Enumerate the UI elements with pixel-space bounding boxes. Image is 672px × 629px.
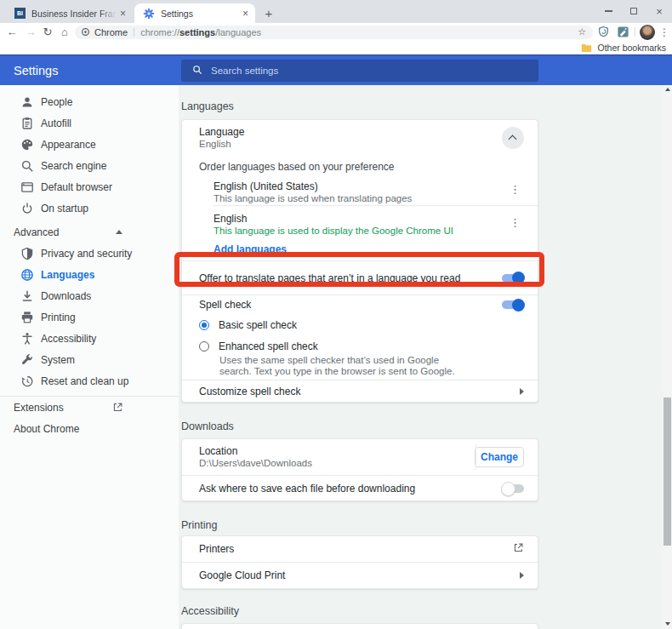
- arrow-right-icon: [520, 572, 524, 579]
- location-value: D:\Users\dave\Downloads: [199, 457, 463, 469]
- sidebar-item-privacy[interactable]: Privacy and security: [0, 243, 179, 264]
- chevron-up-icon: [509, 135, 517, 144]
- sidebar-item-extensions[interactable]: Extensions: [0, 397, 179, 418]
- more-options-icon[interactable]: ⋮: [510, 215, 521, 228]
- enhanced-spell-check-label: Enhanced spell check: [219, 340, 318, 352]
- collapse-button[interactable]: [502, 127, 524, 149]
- tab-settings[interactable]: Settings ×: [134, 3, 255, 23]
- browser-menu-icon[interactable]: ⋮: [658, 23, 671, 41]
- sidebar-item-search-engine[interactable]: Search engine: [0, 155, 179, 176]
- page-info-icon[interactable]: [81, 25, 90, 40]
- printer-icon: [20, 311, 34, 324]
- tab-close-icon[interactable]: ×: [242, 8, 248, 20]
- sidebar-item-downloads[interactable]: Downloads: [0, 285, 179, 306]
- offer-translate-row: Offer to translate pages that aren’t in …: [182, 261, 538, 294]
- radio-selected-icon[interactable]: [199, 320, 209, 330]
- google-cloud-print-label: Google Cloud Print: [199, 569, 520, 581]
- person-icon: [20, 95, 34, 109]
- maximize-button[interactable]: [621, 0, 646, 22]
- accessibility-card: Captions: [181, 623, 538, 629]
- add-languages-button[interactable]: Add languages: [182, 237, 538, 260]
- tab-strip: BI Business Insider France - Busines × S…: [0, 0, 672, 23]
- captions-row[interactable]: Captions: [182, 624, 538, 629]
- sidebar-item-printing[interactable]: Printing: [0, 306, 179, 328]
- browser-window: BI Business Insider France - Busines × S…: [0, 0, 672, 629]
- back-button[interactable]: ←: [3, 23, 20, 41]
- browser-icon: [20, 180, 34, 194]
- address-bar[interactable]: Chrome chrome://settings/languages ☆: [75, 26, 593, 39]
- languages-section-title: Languages: [181, 100, 538, 113]
- bookmark-star-icon[interactable]: ☆: [578, 26, 586, 37]
- basic-spell-check-label: Basic spell check: [219, 319, 297, 331]
- forward-button[interactable]: →: [22, 23, 39, 41]
- downloads-card: Location D:\Users\dave\Downloads Change …: [181, 438, 538, 501]
- printing-section-title: Printing: [181, 518, 538, 532]
- extension-shield-icon[interactable]: [597, 26, 610, 38]
- customize-spell-check-row[interactable]: Customize spell check: [182, 380, 538, 402]
- scrollbar-down-arrow[interactable]: [663, 620, 672, 628]
- business-insider-favicon: BI: [14, 8, 26, 19]
- bookmarks-bar: Other bookmarks: [0, 41, 672, 54]
- printing-card: Printers Google Cloud Print: [181, 535, 538, 589]
- language-summary-row[interactable]: Language English: [182, 120, 538, 156]
- google-cloud-print-row[interactable]: Google Cloud Print: [182, 563, 538, 588]
- customize-spell-check-label: Customize spell check: [199, 386, 520, 397]
- close-icon: ×: [656, 5, 663, 18]
- spell-check-label: Spell check: [199, 299, 502, 311]
- arrow-right-icon: [520, 388, 524, 395]
- language-list-item: English (United States) This language is…: [182, 173, 538, 205]
- basic-spell-check-option[interactable]: Basic spell check: [182, 314, 538, 336]
- settings-content: Languages Language English Order languag…: [181, 85, 538, 629]
- minimize-button[interactable]: [595, 0, 621, 22]
- ask-where-to-save-row: Ask where to save each file before downl…: [182, 476, 538, 500]
- shield-icon: [20, 247, 34, 260]
- other-bookmarks-label: Other bookmarks: [597, 43, 666, 53]
- spell-check-toggle[interactable]: [502, 300, 524, 309]
- tab-business-insider[interactable]: BI Business Insider France - Busines ×: [7, 3, 133, 23]
- offer-translate-toggle[interactable]: [502, 274, 524, 283]
- folder-icon: [581, 43, 592, 53]
- toolbar-separator: [635, 27, 635, 37]
- change-button[interactable]: Change: [475, 447, 524, 467]
- sidebar-item-default-browser[interactable]: Default browser: [0, 176, 179, 197]
- more-options-icon[interactable]: ⋮: [510, 183, 521, 196]
- ask-where-to-save-toggle[interactable]: [502, 484, 524, 493]
- scrollbar[interactable]: [663, 85, 672, 629]
- sidebar-item-reset[interactable]: Reset and clean up: [0, 370, 179, 392]
- profile-avatar[interactable]: [640, 25, 655, 40]
- enhanced-spell-check-option[interactable]: Enhanced spell check Uses the same spell…: [182, 336, 538, 380]
- search-settings-input[interactable]: [211, 66, 538, 76]
- new-tab-button[interactable]: +: [260, 5, 277, 22]
- tab-close-icon[interactable]: ×: [120, 8, 126, 20]
- gear-icon: [143, 8, 155, 20]
- printers-row[interactable]: Printers: [182, 536, 538, 562]
- tab-title: Business Insider France - Busines: [31, 9, 117, 19]
- browser-toolbar: ← → ↻ ⌂ Chrome chrome://settings/languag…: [0, 23, 672, 41]
- sidebar-item-system[interactable]: System: [0, 349, 179, 370]
- reload-button[interactable]: ↻: [39, 23, 56, 41]
- sidebar-item-about[interactable]: About Chrome: [0, 418, 179, 439]
- scrollbar-thumb[interactable]: [663, 397, 671, 546]
- settings-search-box[interactable]: [181, 60, 538, 82]
- sidebar-item-appearance[interactable]: Appearance: [0, 134, 179, 155]
- sidebar-advanced-toggle[interactable]: Advanced: [0, 221, 179, 243]
- scrollbar-up-arrow[interactable]: [663, 85, 672, 94]
- triangle-down-icon: [665, 622, 670, 626]
- radio-unselected-icon[interactable]: [199, 341, 209, 352]
- sidebar-item-accessibility[interactable]: Accessibility: [0, 328, 179, 349]
- order-languages-label: Order languages based on your preference: [182, 156, 538, 173]
- triangle-up-icon: [665, 88, 670, 91]
- languages-card: Language English Order languages based o…: [181, 119, 538, 403]
- close-button[interactable]: ×: [646, 0, 672, 22]
- settings-header: Settings: [0, 54, 672, 85]
- row-separator: [476, 444, 476, 470]
- home-button[interactable]: ⌂: [56, 23, 73, 41]
- url-text: chrome://settings/languages: [140, 27, 578, 37]
- sidebar-item-autofill[interactable]: Autofill: [0, 112, 179, 134]
- sidebar-item-people[interactable]: People: [0, 91, 179, 112]
- sidebar-item-languages[interactable]: Languages: [0, 264, 179, 285]
- sidebar-item-on-startup[interactable]: On startup: [0, 197, 179, 219]
- settings-body: People Autofill Appearance Search engine…: [0, 85, 672, 629]
- other-bookmarks-button[interactable]: Other bookmarks: [581, 41, 666, 54]
- extension-screenshot-icon[interactable]: [617, 26, 629, 38]
